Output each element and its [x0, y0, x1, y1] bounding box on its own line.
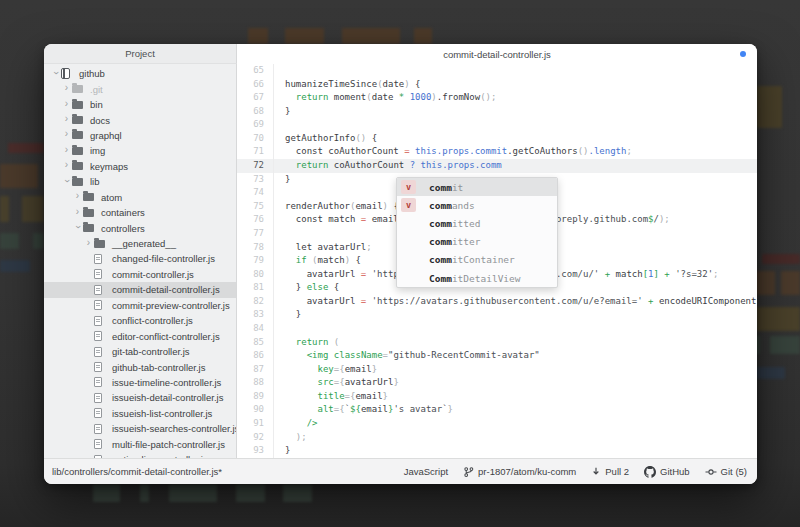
chevron-right-icon[interactable]: ›	[72, 191, 83, 201]
line-number[interactable]: 68	[237, 105, 273, 119]
code-line[interactable]: 68}	[237, 105, 757, 119]
tree-item-lib[interactable]: ›lib	[44, 174, 236, 189]
chevron-right-icon[interactable]: ›	[72, 207, 83, 217]
autocomplete-item[interactable]: CommitDetailView	[397, 269, 557, 287]
tree-item-issueish-searches-controller.js[interactable]: issueish-searches-controller.js	[44, 421, 236, 436]
tree-item-commit-preview-controller.js[interactable]: commit-preview-controller.js	[44, 298, 236, 313]
code-line[interactable]: 85 return (	[237, 336, 757, 350]
line-number[interactable]: 93	[237, 444, 273, 458]
tree-item-issueish-detail-controller.js[interactable]: issueish-detail-controller.js	[44, 390, 236, 405]
autocomplete-item[interactable]: commitContainer	[397, 251, 557, 269]
line-number[interactable]: 73	[237, 173, 273, 187]
line-number[interactable]: 69	[237, 118, 273, 132]
chevron-right-icon[interactable]: ›	[61, 160, 72, 170]
file-tree[interactable]: ›github›.git›bin›docs›graphql›img›keymap…	[44, 64, 237, 458]
tree-item-issue-timeline-controller.js[interactable]: issue-timeline-controller.js	[44, 375, 236, 390]
tree-item-img[interactable]: ›img	[44, 143, 236, 158]
autocomplete-item[interactable]: committer	[397, 233, 557, 251]
tree-item-github-tab-controller.js[interactable]: github-tab-controller.js	[44, 359, 236, 374]
code-line[interactable]: 93}	[237, 444, 757, 458]
line-number[interactable]: 66	[237, 78, 273, 92]
line-number[interactable]: 70	[237, 132, 273, 146]
line-number[interactable]: 75	[237, 200, 273, 214]
tree-item-keymaps[interactable]: ›keymaps	[44, 159, 236, 174]
line-number[interactable]: 91	[237, 417, 273, 431]
chevron-down-icon[interactable]: ›	[62, 175, 72, 186]
line-number[interactable]: 92	[237, 431, 273, 445]
status-item-github[interactable]: GitHub	[644, 466, 690, 478]
line-number[interactable]: 71	[237, 145, 273, 159]
tree-item-.git[interactable]: ›.git	[44, 81, 236, 96]
autocomplete-item[interactable]: vcommit	[397, 178, 557, 196]
line-number[interactable]: 72	[237, 159, 273, 173]
code-line[interactable]: 86 <img className="github-RecentCommit-a…	[237, 349, 757, 363]
tree-item-__generated__[interactable]: ›__generated__	[44, 236, 236, 251]
tree-item-commit-controller.js[interactable]: commit-controller.js	[44, 267, 236, 282]
chevron-right-icon[interactable]: ›	[61, 83, 72, 93]
status-item-pr-1807-atom-ku-comm[interactable]: pr-1807/atom/ku-comm	[463, 466, 576, 478]
code-line[interactable]: 84	[237, 322, 757, 336]
tree-item-git-tab-controller.js[interactable]: git-tab-controller.js	[44, 344, 236, 359]
line-number[interactable]: 82	[237, 295, 273, 309]
tab-bar[interactable]: commit-detail-controller.js	[237, 44, 757, 64]
tree-item-issueish-list-controller.js[interactable]: issueish-list-controller.js	[44, 406, 236, 421]
code-line[interactable]: 90 alt={`${email}'s avatar`}	[237, 403, 757, 417]
line-number[interactable]: 74	[237, 186, 273, 200]
code-line[interactable]: 71 const coAuthorCount = this.props.comm…	[237, 145, 757, 159]
line-number[interactable]: 76	[237, 213, 273, 227]
tree-item-controllers[interactable]: ›controllers	[44, 220, 236, 235]
code-line[interactable]: 91 />	[237, 417, 757, 431]
line-number[interactable]: 67	[237, 91, 273, 105]
line-number[interactable]: 88	[237, 376, 273, 390]
chevron-right-icon[interactable]: ›	[61, 114, 72, 124]
chevron-right-icon[interactable]: ›	[61, 99, 72, 109]
line-number[interactable]: 79	[237, 254, 273, 268]
line-number[interactable]: 89	[237, 390, 273, 404]
autocomplete-item[interactable]: committed	[397, 214, 557, 232]
line-number[interactable]: 84	[237, 322, 273, 336]
code-line[interactable]: 72 return coAuthorCount ? this.props.com…	[237, 159, 757, 173]
line-number[interactable]: 83	[237, 308, 273, 322]
status-item-git-5-[interactable]: Git (5)	[705, 466, 747, 478]
code-line[interactable]: 92 );	[237, 431, 757, 445]
code-line[interactable]: 69	[237, 118, 757, 132]
chevron-down-icon[interactable]: ›	[73, 222, 83, 233]
autocomplete-item[interactable]: vcommands	[397, 196, 557, 214]
line-number[interactable]: 85	[237, 336, 273, 350]
code-line[interactable]: 65	[237, 64, 757, 78]
line-number[interactable]: 87	[237, 363, 273, 377]
code-line[interactable]: 82 avatarUrl = 'https://avatars.githubus…	[237, 295, 757, 309]
code-line[interactable]: 88 src={avatarUrl}	[237, 376, 757, 390]
line-number[interactable]: 81	[237, 281, 273, 295]
code-line[interactable]: 89 title={email}	[237, 390, 757, 404]
tree-item-conflict-controller.js[interactable]: conflict-controller.js	[44, 313, 236, 328]
status-item-pull-2[interactable]: Pull 2	[591, 466, 629, 477]
tree-item-docs[interactable]: ›docs	[44, 112, 236, 127]
chevron-right-icon[interactable]: ›	[61, 129, 72, 139]
tree-item-commit-detail-controller.js[interactable]: commit-detail-controller.js	[44, 282, 236, 297]
tree-item-containers[interactable]: ›containers	[44, 205, 236, 220]
chevron-down-icon[interactable]: ›	[51, 67, 61, 78]
line-number[interactable]: 77	[237, 227, 273, 241]
code-line[interactable]: 66humanizeTimeSince(date) {	[237, 78, 757, 92]
chevron-right-icon[interactable]: ›	[83, 238, 94, 248]
tree-item-bin[interactable]: ›bin	[44, 97, 236, 112]
tree-item-changed-file-controller.js[interactable]: changed-file-controller.js	[44, 251, 236, 266]
status-item-javascript[interactable]: JavaScript	[404, 466, 448, 477]
line-number[interactable]: 78	[237, 241, 273, 255]
chevron-right-icon[interactable]: ›	[61, 145, 72, 155]
code-line[interactable]: 67 return moment(date * 1000).fromNow();	[237, 91, 757, 105]
line-number[interactable]: 90	[237, 403, 273, 417]
code-line[interactable]: 87 key={email}	[237, 363, 757, 377]
tree-item-github[interactable]: ›github	[44, 66, 236, 81]
tree-item-editor-conflict-controller.js[interactable]: editor-conflict-controller.js	[44, 328, 236, 343]
folder-icon	[72, 178, 88, 186]
tree-item-atom[interactable]: ›atom	[44, 190, 236, 205]
code-line[interactable]: 83 }	[237, 308, 757, 322]
line-number[interactable]: 80	[237, 268, 273, 282]
line-number[interactable]: 65	[237, 64, 273, 78]
tree-item-multi-file-patch-controller.js[interactable]: multi-file-patch-controller.js	[44, 437, 236, 452]
line-number[interactable]: 86	[237, 349, 273, 363]
code-line[interactable]: 70getAuthorInfo() {	[237, 132, 757, 146]
tree-item-graphql[interactable]: ›graphql	[44, 128, 236, 143]
